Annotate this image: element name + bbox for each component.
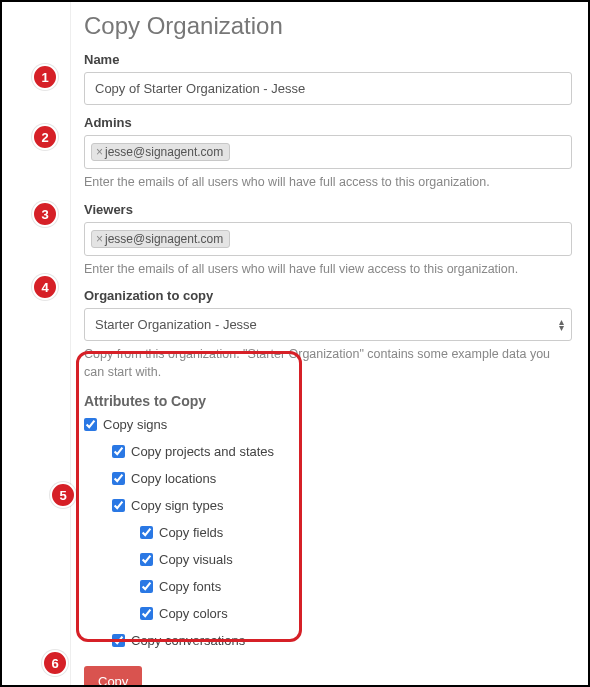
checkbox-label: Copy fields: [159, 525, 223, 540]
close-icon[interactable]: ×: [96, 146, 103, 158]
copy-button[interactable]: Copy: [84, 666, 142, 687]
checkbox-label: Copy conversations: [131, 633, 245, 648]
checkbox-copy-sign-types[interactable]: [112, 499, 125, 512]
admins-label: Admins: [84, 115, 572, 130]
checkbox-label: Copy signs: [103, 417, 167, 432]
close-icon[interactable]: ×: [96, 233, 103, 245]
checkbox-copy-fonts[interactable]: [140, 580, 153, 593]
viewers-input[interactable]: × jesse@signagent.com: [84, 222, 572, 256]
checkbox-copy-conversations[interactable]: [112, 634, 125, 647]
checkbox-copy-projects[interactable]: [112, 445, 125, 458]
name-label: Name: [84, 52, 572, 67]
page-title: Copy Organization: [84, 12, 572, 40]
checkbox-copy-fields[interactable]: [140, 526, 153, 539]
attributes-title: Attributes to Copy: [84, 393, 572, 409]
checkbox-label: Copy fonts: [159, 579, 221, 594]
annotation-marker-1: 1: [32, 64, 58, 90]
viewers-tag-label: jesse@signagent.com: [105, 232, 223, 246]
checkbox-copy-visuals[interactable]: [140, 553, 153, 566]
annotation-marker-6: 6: [42, 650, 68, 676]
viewers-tag[interactable]: × jesse@signagent.com: [91, 230, 230, 248]
checkbox-copy-locations[interactable]: [112, 472, 125, 485]
viewers-label: Viewers: [84, 202, 572, 217]
checkbox-label: Copy projects and states: [131, 444, 274, 459]
attributes-checklist: Copy signs Copy projects and states Copy…: [84, 417, 572, 648]
annotation-marker-2: 2: [32, 124, 58, 150]
annotation-marker-3: 3: [32, 201, 58, 227]
admins-tag[interactable]: × jesse@signagent.com: [91, 143, 230, 161]
org-to-copy-help: Copy from this organization. "Starter Or…: [84, 346, 572, 381]
org-to-copy-label: Organization to copy: [84, 288, 572, 303]
admins-tag-label: jesse@signagent.com: [105, 145, 223, 159]
org-to-copy-select[interactable]: Starter Organization - Jesse: [84, 308, 572, 341]
checkbox-label: Copy visuals: [159, 552, 233, 567]
checkbox-label: Copy sign types: [131, 498, 224, 513]
vertical-divider: [70, 2, 71, 685]
admins-help: Enter the emails of all users who will h…: [84, 174, 572, 192]
annotation-marker-5: 5: [50, 482, 76, 508]
name-input[interactable]: [84, 72, 572, 105]
checkbox-copy-signs[interactable]: [84, 418, 97, 431]
checkbox-copy-colors[interactable]: [140, 607, 153, 620]
checkbox-label: Copy colors: [159, 606, 228, 621]
viewers-help: Enter the emails of all users who will h…: [84, 261, 572, 279]
checkbox-label: Copy locations: [131, 471, 216, 486]
annotation-marker-4: 4: [32, 274, 58, 300]
admins-input[interactable]: × jesse@signagent.com: [84, 135, 572, 169]
